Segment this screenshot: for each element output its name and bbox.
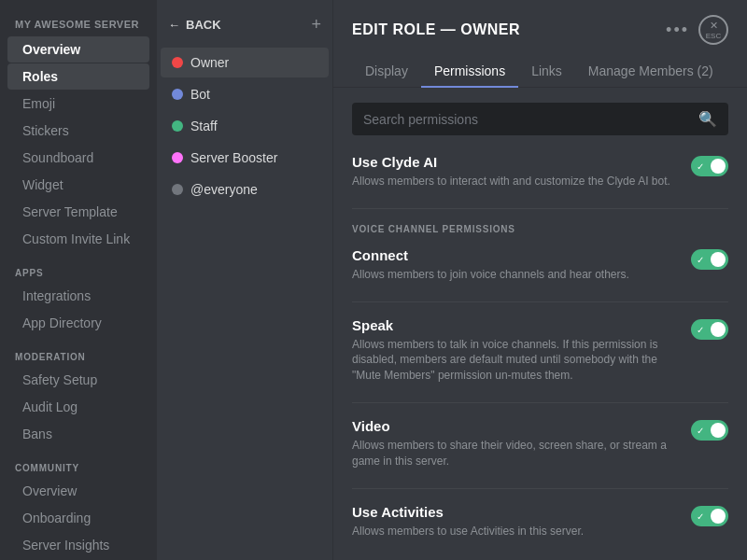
toggle-connect[interactable]: ✓: [691, 249, 728, 270]
tab-manage-members[interactable]: Manage Members (2): [575, 56, 726, 88]
sidebar-item-overview[interactable]: Overview: [7, 36, 149, 63]
moderation-section-label: Moderation: [0, 337, 157, 366]
tab-links[interactable]: Links: [518, 56, 575, 88]
toggle-use-activities[interactable]: ✓: [691, 506, 728, 526]
sidebar-item-server-template[interactable]: Server Template: [7, 199, 149, 225]
permission-connect: Connect Allows members to join voice cha…: [352, 247, 728, 283]
permission-desc-use-activities: Allows members to use Activities in this…: [352, 524, 680, 539]
sidebar-item-emoji[interactable]: Emoji: [7, 91, 149, 117]
role-color-bot: [172, 89, 183, 100]
sidebar-item-safety-setup[interactable]: Safety Setup: [7, 367, 149, 393]
toggle-check-icon-activities: ✓: [697, 511, 704, 521]
role-item-server-booster[interactable]: Server Booster: [161, 143, 329, 173]
server-name: MY AWESOME SERVER: [0, 11, 157, 35]
sidebar-item-soundboard[interactable]: Soundboard: [7, 145, 149, 171]
back-label: BACK: [186, 18, 221, 32]
permission-name-speak: Speak: [352, 317, 680, 333]
middle-panel: ← BACK + Owner Bot Staff Server Booster …: [157, 0, 332, 560]
role-color-owner: [172, 57, 183, 68]
role-label-bot: Bot: [190, 87, 210, 102]
esc-label: ESC: [706, 32, 721, 40]
sidebar-item-community-overview[interactable]: Overview: [7, 478, 149, 504]
role-label-everyone: @everyone: [190, 182, 258, 197]
sidebar-item-audit-log[interactable]: Audit Log: [7, 394, 149, 420]
tab-display[interactable]: Display: [352, 56, 421, 88]
divider-4: [352, 488, 728, 489]
back-button[interactable]: ← BACK: [168, 18, 221, 32]
permission-use-activities: Use Activities Allows members to use Act…: [352, 504, 728, 539]
role-label-server-booster: Server Booster: [190, 150, 277, 165]
sidebar-item-roles[interactable]: Roles: [7, 63, 149, 90]
sidebar-item-custom-invite[interactable]: Custom Invite Link: [7, 226, 149, 252]
sidebar-item-app-directory[interactable]: App Directory: [7, 310, 149, 336]
role-label-staff: Staff: [190, 119, 218, 133]
community-section-label: Community: [0, 448, 157, 477]
x-icon: ✕: [710, 20, 718, 32]
sidebar-item-stickers[interactable]: Stickers: [7, 118, 149, 144]
back-arrow-icon: ←: [168, 18, 180, 32]
role-color-staff: [172, 120, 183, 132]
sidebar: MY AWESOME SERVER Overview Roles Emoji S…: [0, 0, 157, 560]
sidebar-item-onboarding[interactable]: Onboarding: [7, 505, 149, 531]
role-color-server-booster: [172, 152, 183, 163]
permission-name-connect: Connect: [352, 247, 680, 263]
role-item-bot[interactable]: Bot: [161, 79, 329, 109]
header-actions: ••• ✕ ESC: [666, 15, 728, 45]
middle-header: ← BACK +: [157, 0, 332, 46]
permission-speak: Speak Allows members to talk in voice ch…: [352, 317, 728, 384]
toggle-speak[interactable]: ✓: [691, 319, 728, 340]
title-row: EDIT ROLE — OWNER ••• ✕ ESC: [352, 15, 728, 45]
toggle-check-icon-speak: ✓: [697, 324, 704, 334]
search-icon: 🔍: [698, 110, 717, 128]
voice-section-label: Voice Channel Permissions: [352, 224, 728, 234]
role-color-everyone: [172, 184, 183, 195]
toggle-check-icon: ✓: [697, 161, 704, 172]
permission-video: Video Allows members to share their vide…: [352, 418, 728, 469]
divider-2: [352, 301, 728, 302]
tabs: Display Permissions Links Manage Members…: [352, 56, 728, 87]
permission-name-video: Video: [352, 418, 680, 434]
permission-desc-video: Allows members to share their video, scr…: [352, 438, 680, 469]
role-item-owner[interactable]: Owner: [161, 48, 329, 77]
toggle-check-icon-connect: ✓: [697, 254, 704, 264]
sidebar-item-widget[interactable]: Widget: [7, 172, 149, 198]
sidebar-item-integrations[interactable]: Integrations: [7, 283, 149, 309]
permission-name-use-clyde-ai: Use Clyde AI: [352, 154, 680, 170]
divider-1: [352, 208, 728, 209]
role-item-staff[interactable]: Staff: [161, 111, 329, 141]
tab-permissions[interactable]: Permissions: [421, 56, 518, 88]
permission-use-clyde-ai: Use Clyde AI Allows members to interact …: [352, 154, 728, 189]
add-role-button[interactable]: +: [311, 15, 321, 35]
more-options-button[interactable]: •••: [666, 21, 689, 40]
apps-section-label: Apps: [0, 253, 157, 282]
main-header: EDIT ROLE — OWNER ••• ✕ ESC Display Perm…: [333, 0, 747, 88]
toggle-video[interactable]: ✓: [691, 420, 728, 441]
permission-desc-connect: Allows members to join voice channels an…: [352, 267, 680, 283]
permission-desc-use-clyde-ai: Allows members to interact with and cust…: [352, 174, 680, 189]
role-item-everyone[interactable]: @everyone: [161, 175, 329, 204]
divider-3: [352, 402, 728, 403]
toggle-check-icon-video: ✓: [697, 425, 704, 435]
toggle-use-clyde-ai[interactable]: ✓: [691, 156, 728, 176]
search-input[interactable]: [363, 112, 691, 127]
sidebar-item-bans[interactable]: Bans: [7, 421, 149, 447]
page-title: EDIT ROLE — OWNER: [352, 21, 520, 38]
role-label-owner: Owner: [190, 55, 229, 70]
main-content: EDIT ROLE — OWNER ••• ✕ ESC Display Perm…: [332, 0, 747, 560]
sidebar-item-server-insights[interactable]: Server Insights: [7, 532, 149, 558]
esc-button[interactable]: ✕ ESC: [698, 15, 728, 45]
permission-name-use-activities: Use Activities: [352, 504, 680, 520]
permission-desc-speak: Allows members to talk in voice channels…: [352, 337, 680, 384]
permissions-content: 🔍 Use Clyde AI Allows members to interac…: [333, 88, 747, 560]
search-bar[interactable]: 🔍: [352, 103, 728, 135]
